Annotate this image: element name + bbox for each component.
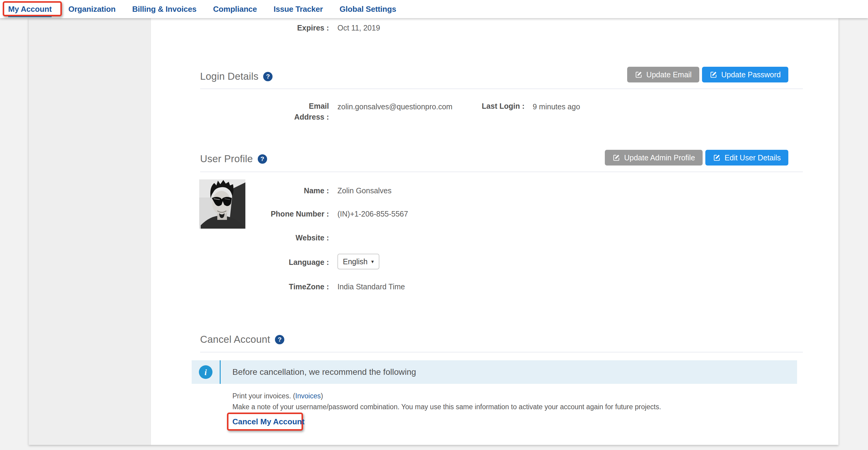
top-navigation: My Account Organization Billing & Invoic… [0, 0, 868, 18]
update-password-button[interactable]: Update Password [702, 67, 788, 83]
edit-icon [710, 71, 717, 79]
update-admin-profile-button[interactable]: Update Admin Profile [605, 150, 703, 166]
edit-user-details-button[interactable]: Edit User Details [705, 150, 788, 166]
language-label: Language : [200, 257, 329, 268]
language-selected-value: English [343, 257, 368, 266]
tab-my-account[interactable]: My Account [8, 0, 52, 18]
login-details-help-icon[interactable]: ? [263, 72, 273, 81]
section-divider [200, 89, 803, 89]
name-value: Zolin Gonsalves [337, 185, 392, 196]
edit-user-details-label: Edit User Details [725, 153, 781, 162]
timezone-label: TimeZone : [200, 281, 329, 292]
tab-global-settings[interactable]: Global Settings [340, 0, 396, 18]
cancellation-info-banner: i Before cancellation, we recommend the … [192, 360, 797, 384]
tab-issue-tracker[interactable]: Issue Tracker [273, 0, 323, 18]
banner-accent-line [220, 360, 221, 384]
cancel-account-help-icon[interactable]: ? [275, 335, 284, 344]
section-divider [200, 352, 803, 353]
print-invoices-suffix: ) [321, 392, 323, 400]
username-password-note: Make a note of your username/password co… [232, 402, 806, 412]
info-icon: i [199, 365, 213, 379]
update-admin-profile-label: Update Admin Profile [624, 153, 695, 162]
email-address-label: Email Address : [281, 100, 329, 122]
phone-number-value: (IN)+1-206-855-5567 [337, 208, 408, 219]
tab-organization[interactable]: Organization [68, 0, 116, 18]
tab-compliance[interactable]: Compliance [213, 0, 257, 18]
edit-icon [635, 71, 643, 79]
update-email-label: Update Email [647, 70, 692, 79]
user-profile-title: User Profile [200, 153, 253, 164]
last-login-value: 9 minutes ago [533, 101, 580, 112]
user-profile-help-icon[interactable]: ? [258, 154, 267, 164]
invoices-link[interactable]: Invoices [295, 392, 320, 400]
email-address-value: zolin.gonsalves@questionpro.com [337, 101, 453, 112]
edit-icon [713, 154, 721, 161]
tab-billing-invoices[interactable]: Billing & Invoices [132, 0, 196, 18]
name-label: Name : [200, 185, 329, 196]
print-invoices-line: Print your invoices. (Invoices) [232, 391, 323, 401]
expires-label: Expires : [239, 22, 329, 33]
cancel-account-title: Cancel Account [200, 334, 270, 345]
last-login-label: Last Login : [476, 100, 525, 112]
chevron-down-icon: ▾ [371, 259, 374, 265]
expires-value: Oct 11, 2019 [337, 22, 380, 33]
login-details-title: Login Details [200, 71, 258, 82]
print-invoices-prefix: Print your invoices. ( [232, 392, 295, 400]
phone-number-label: Phone Number : [200, 208, 329, 219]
banner-text: Before cancellation, we recommend the fo… [232, 367, 416, 377]
update-email-button[interactable]: Update Email [627, 67, 699, 83]
sidebar-panel [29, 18, 151, 445]
section-divider [200, 172, 803, 172]
update-password-label: Update Password [721, 70, 781, 79]
timezone-value: India Standard Time [337, 281, 405, 292]
cancel-my-account-link[interactable]: Cancel My Account [232, 417, 305, 426]
edit-icon [612, 154, 620, 161]
language-select[interactable]: English ▾ [337, 254, 379, 269]
website-label: Website : [200, 232, 329, 243]
